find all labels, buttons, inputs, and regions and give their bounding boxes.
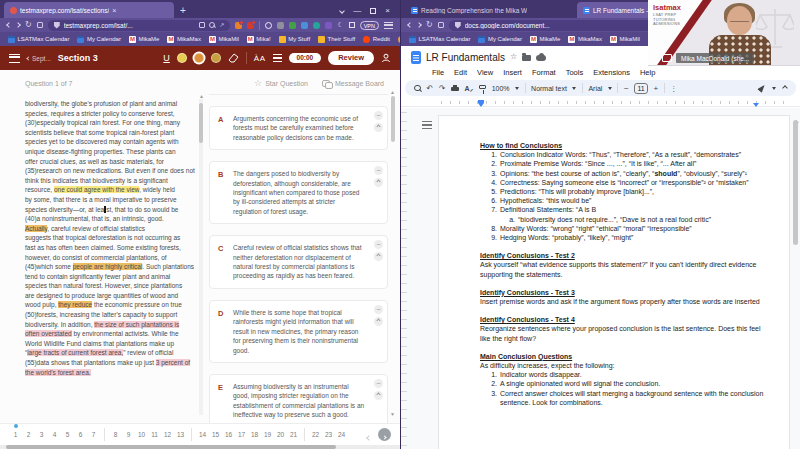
right-indent-marker[interactable] [753,103,759,107]
extension-icon[interactable] [289,22,296,29]
highlighter-gold-icon[interactable] [211,53,221,63]
menu-extensions[interactable]: Extensions [593,68,630,77]
menu-icon[interactable] [384,22,393,29]
scroll-up-icon[interactable]: ▲ [390,90,395,95]
extension-icon[interactable] [277,22,284,29]
cross-out-choice-icon[interactable]: – [374,379,383,388]
bookmark-item[interactable]: MMikaMe [129,36,160,43]
extensions-grid-icon[interactable] [349,22,355,28]
page-number-button[interactable]: 6 [74,431,87,438]
page-number-button[interactable]: 1 [9,431,22,438]
ruler[interactable] [401,99,800,107]
next-page-icon[interactable] [378,428,391,441]
page-number-button[interactable]: 17 [235,431,248,438]
google-docs-icon[interactable] [411,51,421,64]
lsat-menu-icon[interactable] [9,54,20,63]
page-number-button[interactable]: 10 [135,431,148,438]
chevron-down-icon[interactable] [515,87,519,90]
scroll-down-icon[interactable]: ▼ [390,412,395,417]
star-question-button[interactable]: ☆ Star Question [254,79,308,88]
move-to-folder-icon[interactable] [522,55,531,61]
screenshot-icon[interactable] [199,22,205,28]
tab-reading-comprehension[interactable]: Reading Comprehension the Mika W [405,2,575,18]
page-number-button[interactable]: 13 [174,431,187,438]
bookmark-item[interactable]: LSATMax Calendar [8,36,69,43]
bookmark-item[interactable]: Their Stuff [318,36,355,43]
cross-out-choice-icon[interactable]: – [374,111,383,120]
document-page[interactable]: How to find ConclusionsConclusion Indica… [438,115,790,449]
passage-scrollbar-track[interactable] [199,99,203,415]
paint-format-icon[interactable] [479,85,486,89]
collapse-choice-icon[interactable] [374,391,383,400]
minimize-icon[interactable]: — [353,7,361,15]
page-number-button[interactable]: 15 [209,431,222,438]
answer-choice-E[interactable]: EAssuming biodiversity is an instrumenta… [209,374,388,428]
answer-choice-A[interactable]: AArguments concerning the economic use o… [209,106,388,150]
question-list-icon[interactable] [273,54,282,62]
lsat-back-link[interactable]: Sept... [27,55,51,62]
decrease-font-size-button[interactable]: − [624,84,629,93]
cross-out-choice-icon[interactable]: – [374,166,383,175]
back-icon[interactable] [6,22,12,28]
page-number-button[interactable]: 18 [248,431,261,438]
reload-icon[interactable]: ↻ [25,21,32,29]
collapse-choice-icon[interactable] [374,178,383,187]
menu-file[interactable]: File [432,68,444,77]
highlighter-yellow-icon[interactable] [177,53,187,63]
tab-list-icon[interactable] [339,8,345,14]
zoom-select[interactable]: 100% [492,85,510,92]
choices-scrollbar-thumb[interactable] [391,96,395,142]
docs-scrollbar-thumb[interactable] [793,120,798,245]
bookmark-item[interactable]: My Calendar [478,36,522,43]
bookmark-item[interactable]: Reddit [363,36,390,43]
cross-out-choice-icon[interactable]: – [374,305,383,314]
extension-icon[interactable] [247,22,254,29]
menu-tools[interactable]: Tools [566,68,584,77]
increase-font-size-button[interactable]: + [654,84,659,93]
sidebar-icon[interactable] [438,22,444,28]
collapse-toolbar-icon[interactable] [782,85,788,91]
page-number-button[interactable]: 9 [122,431,135,438]
extension-icon[interactable] [325,22,332,29]
extension-icon[interactable] [235,22,242,29]
horizontal-scrollbar[interactable] [0,445,400,449]
menu-help[interactable]: Help [640,68,655,77]
document-outline-icon[interactable] [422,121,432,129]
page-number-button[interactable]: 11 [148,431,161,438]
back-icon[interactable] [407,22,413,28]
page-number-button[interactable]: 4 [48,431,61,438]
extension-icon[interactable] [313,22,320,29]
page-number-button[interactable]: 22 [309,431,322,438]
bookmark-item[interactable]: MMikaMe [530,36,561,43]
shield-icon[interactable] [54,22,60,29]
paragraph-style-select[interactable]: Normal text [531,85,567,92]
bookmark-item[interactable]: MMikaMax [568,36,602,43]
collapse-choice-icon[interactable] [374,317,383,326]
underline-tool[interactable]: U [163,53,170,63]
extension-icon[interactable] [265,22,272,29]
forward-icon[interactable] [15,22,21,28]
scroll-up-icon[interactable]: ▲ [199,94,204,99]
forward-icon[interactable] [416,22,422,28]
vpn-button[interactable]: VPN [360,21,379,30]
bookmark-item[interactable]: MMikaMax [167,36,201,43]
answer-choice-B[interactable]: BThe dangers posed to biodiversity by de… [209,161,388,224]
share-icon[interactable]: ↗ [219,21,224,29]
page-number-button[interactable]: 21 [287,431,300,438]
page-number-button[interactable]: 2 [22,431,35,438]
page-number-button[interactable]: 20 [274,431,287,438]
editing-mode-icon[interactable] [757,83,767,93]
spell-check-icon[interactable]: A✓ [464,85,473,92]
chevron-down-icon[interactable] [608,87,612,90]
review-button[interactable]: Review [328,51,374,65]
left-indent-marker[interactable] [478,103,484,107]
sidebar-icon[interactable] [37,22,43,28]
collapse-choice-icon[interactable] [374,252,383,261]
previous-page-icon[interactable] [367,426,371,444]
page-number-button[interactable]: 3 [35,431,48,438]
font-size-tool[interactable]: ÀA [254,54,266,63]
answer-choice-C[interactable]: CCareful review of official statistics s… [209,235,388,289]
cross-out-choice-icon[interactable]: – [374,240,383,249]
page-number-button[interactable]: 7 [87,431,100,438]
bookmark-item[interactable]: LSATMax Calendar [409,36,470,43]
